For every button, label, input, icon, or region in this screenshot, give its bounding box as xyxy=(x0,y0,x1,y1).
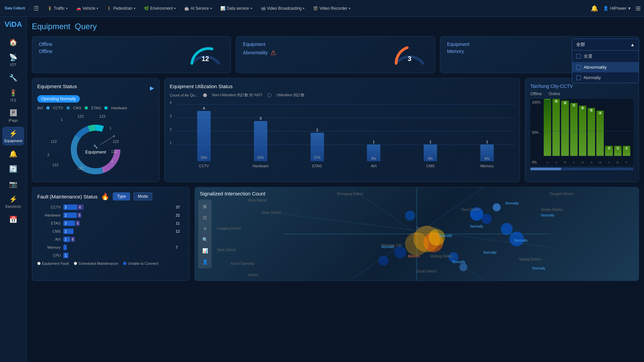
dist-taichung: Taichung City xyxy=(381,243,401,247)
bar-chart: 4 3 2 1 4 33% xyxy=(170,101,515,175)
dropdown-overlay: 全部 ▲ 全選 Abnormality Normally xyxy=(572,39,639,83)
settings-icon: 🔧 xyxy=(9,74,17,82)
map-normally-1: Normally xyxy=(505,201,519,205)
alert-icon: 🔔 xyxy=(9,150,17,158)
notifications-bell[interactable]: 🔔 xyxy=(591,5,598,12)
map-lines-button[interactable]: ≡ xyxy=(200,224,210,234)
sidebar-item-iot[interactable]: 📡 IOT xyxy=(2,51,24,69)
sidebar-item-settings[interactable]: 🔧 xyxy=(2,71,24,84)
svg-point-10 xyxy=(113,135,115,137)
bar-avi: 1 8% xyxy=(346,140,401,161)
ipago-icon: 🅿 xyxy=(10,109,17,117)
equipment-status-title: Equipment Status xyxy=(37,83,77,89)
sidebar-item-alerts[interactable]: 🔔 xyxy=(2,147,24,161)
dist-hemei: Hemei xyxy=(248,273,258,277)
history-icon: 🔄 xyxy=(9,165,17,173)
equipment-fault-dot xyxy=(37,262,41,265)
cctv-chart: 100% 50% 0% 13 9 8 7 xyxy=(530,99,634,166)
sidebar-item-camera[interactable]: 📷 xyxy=(2,177,24,191)
donut-chart: 🔧 Equipment 1 122 122 1 122 122 2 122 12… xyxy=(37,113,154,180)
main-content: Equipment Query Offline Offline 12 xyxy=(27,17,644,362)
cctv-title: Taichung City-CCTV xyxy=(530,83,634,89)
sidebar-item-electricity[interactable]: ⚡ Electricity xyxy=(2,192,24,211)
map-layers-button[interactable]: ⊞ xyxy=(200,201,210,212)
play-button[interactable]: ▶ xyxy=(150,85,154,91)
iot-icon: 📡 xyxy=(9,53,17,61)
sidebar-item-home[interactable]: 🏠 xyxy=(2,36,24,49)
electricity-icon: ⚡ xyxy=(9,195,17,203)
util-radio-row: Count of Air Qu... ⬤ Non-Utilization 的計數… xyxy=(170,93,515,98)
map-grid-button[interactable]: ⊡ xyxy=(200,213,210,223)
offline-label: Offline xyxy=(39,42,52,47)
nav-video-broadcasting[interactable]: 📹 Video Broadcasting ▾ xyxy=(257,4,308,12)
dropdown-item-normally[interactable]: Normally xyxy=(572,72,639,83)
offline-gauge: 12 xyxy=(187,42,224,67)
svg-text:🔧: 🔧 xyxy=(93,144,98,149)
fault-row-cpu: CPU 1 xyxy=(37,252,184,259)
user-menu[interactable]: 👤 HiPower ▾ xyxy=(603,6,631,11)
utilization-title: Equipment Utilization Status xyxy=(170,83,515,89)
map-normally-3: Normally xyxy=(470,225,483,228)
grid-icon[interactable]: ⊞ xyxy=(636,5,641,12)
etag-legend-dot xyxy=(85,106,88,110)
memory-label: Equipment xyxy=(447,42,470,47)
fault-mode-button[interactable]: Mode xyxy=(133,192,152,200)
checkbox-all[interactable] xyxy=(576,54,581,59)
fault-row-etag: ETAG 3 5 11 xyxy=(37,220,184,227)
checkbox-normally[interactable] xyxy=(576,75,581,80)
nav-pedestrian[interactable]: 🚶 Pedestrian ▾ xyxy=(103,4,139,12)
map-normally-5: Normally xyxy=(515,239,528,242)
warning-icon: ⚠ xyxy=(270,49,276,57)
bar-cms: 1 8% xyxy=(403,140,458,161)
nav-ai-service[interactable]: 🤖 AI Service ▾ xyxy=(181,4,215,12)
cctv-scrollbar[interactable] xyxy=(530,168,634,170)
page-title: Equipment Query xyxy=(32,22,639,31)
fault-panel: Fault (Maintenance) Status 🔥 Type Mode C… xyxy=(32,187,190,281)
dropdown-item-all[interactable]: 全選 xyxy=(572,51,639,62)
dist-beitun: Beitun District xyxy=(417,227,438,230)
svg-point-29 xyxy=(460,263,468,271)
svg-point-21 xyxy=(482,214,492,224)
stat-card-abnormality: Equipment Abnormality ⚠ 3 xyxy=(236,36,435,73)
nav-traffic[interactable]: 🚦 Traffic ▾ xyxy=(44,4,71,12)
nav-data-service[interactable]: 📊 Data service ▾ xyxy=(217,4,256,12)
dist-wufeng: Wufeng District xyxy=(430,254,453,258)
hamburger-button[interactable]: ☰ xyxy=(34,5,39,12)
map-chart-button[interactable]: 📊 xyxy=(200,246,210,256)
fault-row-cctv: CCTV 3 6 37 xyxy=(37,204,184,210)
sidebar-item-its[interactable]: 🚦 ITS xyxy=(2,86,24,105)
sidebar-item-ipago[interactable]: 🅿 iPago xyxy=(2,107,24,125)
utilization-panel: Equipment Utilization Status Count of Ai… xyxy=(164,78,520,182)
dist-xianxi: Xianxi Township xyxy=(230,262,255,265)
middle-row: Equipment Status ▶ Operating Normally AV… xyxy=(32,78,639,182)
cctv-panel: Taichung City-CCTV Offline Online 100% 5… xyxy=(525,78,639,182)
sidebar-item-calendar[interactable]: 📅 xyxy=(2,213,24,226)
map-user-button[interactable]: 👤 xyxy=(200,257,210,267)
abnormality-gauge: 3 xyxy=(391,42,428,67)
equipment-icon: ⚡ xyxy=(9,129,17,137)
dist-shalu: Shalu District xyxy=(261,211,281,215)
bar-etag: 2 17% xyxy=(290,128,345,161)
abnormality-sublabel: Abnormality xyxy=(243,50,268,55)
fault-type-button[interactable]: Type xyxy=(113,192,130,200)
svg-point-19 xyxy=(405,232,429,256)
checkbox-abnormality[interactable] xyxy=(576,65,581,70)
sidebar-item-history[interactable]: 🔄 xyxy=(2,162,24,176)
svg-line-9 xyxy=(101,136,114,144)
top-navigation: Data Collecti ☰ 🚦 Traffic ▾ 🚗 Vehicle ▾ … xyxy=(0,0,644,17)
svg-point-27 xyxy=(378,256,388,266)
bar-cctv: 4 33% xyxy=(176,106,231,161)
sidebar-item-equipment[interactable]: ⚡ Equipment xyxy=(2,127,24,145)
dist-wuqi: Wuqi District xyxy=(248,198,267,202)
map-zoom-in-button[interactable]: 🔍 xyxy=(200,235,210,245)
fault-bars: CCTV 3 6 37 Hardware xyxy=(37,204,184,259)
svg-point-26 xyxy=(394,246,406,258)
nav-vehicle[interactable]: 🚗 Vehicle ▾ xyxy=(73,4,102,12)
unable-connect-dot xyxy=(123,262,126,265)
scheduled-maint-dot xyxy=(74,262,77,265)
nav-environment[interactable]: 🌿 Environment ▾ xyxy=(141,4,179,12)
dropdown-item-abnormality[interactable]: Abnormality xyxy=(572,62,639,72)
nav-video-recorder[interactable]: 🎬 Video Recorder ▾ xyxy=(310,4,354,12)
dist-south: South District xyxy=(417,269,437,273)
dropdown-header[interactable]: 全部 ▲ xyxy=(572,39,639,51)
